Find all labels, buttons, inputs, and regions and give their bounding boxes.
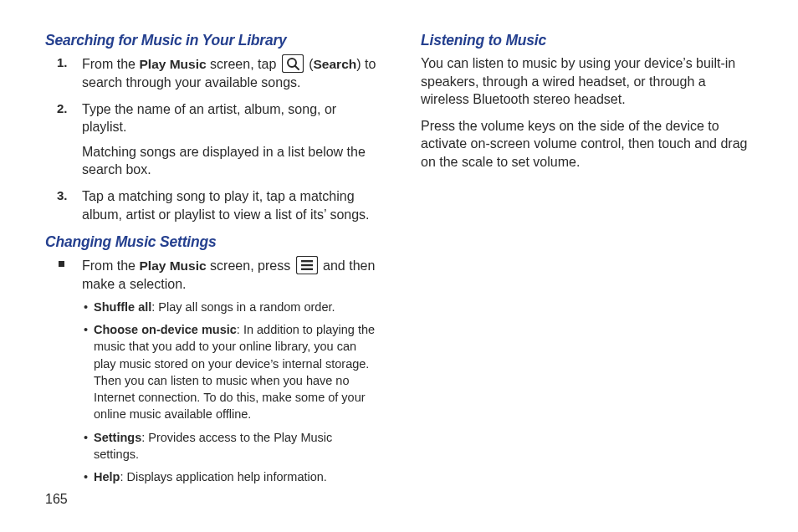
- right-column: Listening to Music You can listen to mus…: [421, 32, 753, 494]
- bullet-bold: Choose on-device music: [94, 323, 237, 336]
- bold-play-music: Play Music: [139, 57, 206, 71]
- step-text-secondary: Matching songs are displayed in a list b…: [82, 143, 377, 179]
- heading-searching: Searching for Music in Your Library: [45, 32, 377, 49]
- step-text-part: From the: [82, 57, 139, 71]
- settings-list: From the Play Music screen, press and th…: [45, 256, 377, 486]
- bullet-settings: Settings: Provides access to the Play Mu…: [94, 429, 377, 463]
- listening-paragraph-1: You can listen to music by using your de…: [421, 54, 753, 109]
- bullet-rest: : Play all songs in a random order.: [151, 300, 335, 314]
- step-text: Type the name of an artist, album, song,…: [82, 102, 336, 135]
- lead-text-part: screen, press: [207, 258, 294, 273]
- manual-page: Searching for Music in Your Library 1. F…: [0, 0, 798, 532]
- step-2: 2. Type the name of an artist, album, so…: [82, 100, 377, 179]
- lead-text-part: From the: [82, 258, 139, 273]
- menu-icon: [296, 256, 318, 274]
- step-text-part: (: [305, 57, 314, 71]
- left-column: Searching for Music in Your Library 1. F…: [45, 32, 377, 494]
- settings-lead-item: From the Play Music screen, press and th…: [82, 256, 377, 486]
- step-number: 2.: [57, 100, 68, 117]
- two-column-layout: Searching for Music in Your Library 1. F…: [45, 32, 753, 494]
- step-text-part: screen, tap: [207, 57, 280, 71]
- bullet-bold: Settings: [94, 431, 141, 444]
- heading-settings: Changing Music Settings: [45, 233, 377, 251]
- bullet-shuffle-all: Shuffle all: Play all songs in a random …: [94, 299, 377, 315]
- listening-paragraph-2: Press the volume keys on the side of the…: [421, 117, 753, 171]
- step-text: Tap a matching song to play it, tap a ma…: [82, 189, 370, 222]
- step-number: 1.: [57, 54, 68, 71]
- bullet-on-device: Choose on-device music: In addition to p…: [94, 321, 377, 423]
- page-number: 165: [45, 492, 68, 507]
- step-1: 1. From the Play Music screen, tap (Sear…: [82, 54, 377, 92]
- bold-search: Search: [314, 57, 357, 71]
- heading-listening: Listening to Music: [421, 32, 753, 49]
- search-steps-list: 1. From the Play Music screen, tap (Sear…: [45, 54, 377, 223]
- bullet-bold: Help: [94, 470, 120, 483]
- bold-play-music: Play Music: [139, 258, 206, 273]
- settings-bullets: Shuffle all: Play all songs in a random …: [82, 299, 377, 486]
- step-number: 3.: [57, 187, 68, 204]
- bullet-rest: : Displays application help information.: [120, 470, 326, 483]
- bullet-rest: : In addition to playing the music that …: [94, 323, 375, 421]
- step-3: 3. Tap a matching song to play it, tap a…: [82, 187, 377, 223]
- bullet-bold: Shuffle all: [94, 300, 151, 314]
- bullet-help: Help: Displays application help informat…: [94, 468, 377, 485]
- search-icon: [282, 54, 304, 73]
